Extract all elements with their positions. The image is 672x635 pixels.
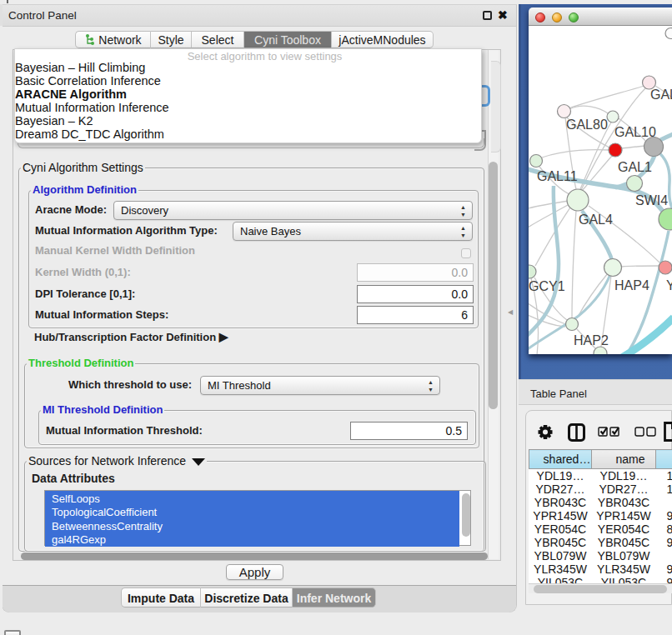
svg-text:GAL10: GAL10	[614, 125, 656, 139]
svg-text:GAL: GAL	[650, 88, 672, 102]
svg-text:GAL11: GAL11	[537, 169, 578, 183]
svg-text:GAL80: GAL80	[566, 118, 608, 132]
svg-text:HAP2: HAP2	[574, 333, 609, 348]
svg-text:HAP4: HAP4	[614, 278, 649, 292]
svg-text:GCY1: GCY1	[529, 279, 565, 293]
svg-text:SWI4: SWI4	[635, 193, 668, 208]
svg-text:Y: Y	[666, 278, 672, 292]
svg-text:GAL1: GAL1	[618, 160, 652, 174]
svg-text:GAL4: GAL4	[579, 212, 613, 227]
